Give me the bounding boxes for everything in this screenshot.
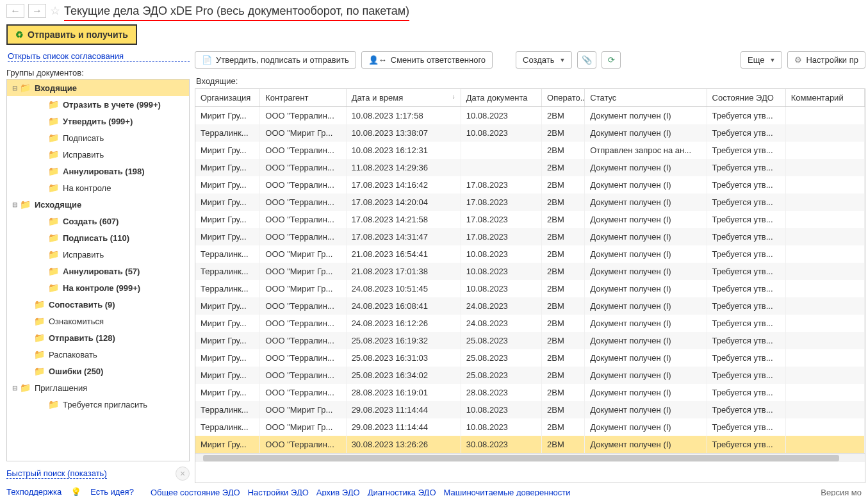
support-link[interactable]: Техподдержка (6, 487, 61, 496)
attach-button[interactable]: 📎 (577, 51, 596, 69)
table-row[interactable]: Терралинк...ООО "Мирит Гр...24.08.2023 1… (195, 280, 865, 297)
table-cell: Требуется утв... (707, 436, 785, 453)
table-row[interactable]: Мирит Гру...ООО "Терралин...17.08.2023 1… (195, 194, 865, 211)
column-header[interactable]: Контрагент (260, 89, 346, 107)
star-icon[interactable]: ☆ (50, 4, 60, 18)
table-cell: Требуется утв... (707, 418, 785, 436)
clear-button[interactable]: × (176, 467, 190, 481)
table-cell: 2BM (542, 418, 585, 436)
table-cell: 28.08.2023 (461, 384, 541, 401)
chevron-down-icon: ▼ (560, 57, 566, 63)
table-row[interactable]: Терралинк...ООО "Мирит Гр...21.08.2023 1… (195, 263, 865, 280)
table-cell: Мирит Гру... (195, 142, 260, 159)
column-header[interactable]: Операто... (542, 89, 585, 107)
scrollbar-thumb[interactable] (203, 455, 839, 461)
tree-item[interactable]: ⊟📁Исходящие (7, 196, 189, 213)
expander-icon[interactable]: ⊟ (11, 85, 19, 92)
tree-item[interactable]: 📁Ознакомиться (7, 313, 189, 329)
tree-item[interactable]: 📁Исправить (7, 146, 189, 163)
table-cell: 25.08.2023 (461, 367, 541, 384)
send-receive-button[interactable]: ♻ Отправить и получить (6, 24, 137, 45)
tree-item[interactable]: 📁Утвердить (999+) (7, 113, 189, 129)
column-header[interactable]: Статус (585, 89, 707, 107)
tree-item-label: Подписать (110) (63, 233, 129, 243)
table-row[interactable]: Мирит Гру...ООО "Терралин...17.08.2023 1… (195, 228, 865, 245)
tree-item[interactable]: 📁Подписать (7, 129, 189, 146)
footer-link[interactable]: Машиночитаемые доверенности (444, 488, 571, 497)
more-button[interactable]: Еще ▼ (741, 51, 782, 69)
table-row[interactable]: Терралинк...ООО "Мирит Гр...10.08.2023 1… (195, 124, 865, 142)
idea-link[interactable]: Есть идея? (90, 487, 134, 496)
column-header[interactable]: Дата документа (461, 89, 541, 107)
table-row[interactable]: Мирит Гру...ООО "Терралин...10.08.2023 1… (195, 107, 865, 125)
column-header[interactable]: Дата и время↓ (346, 89, 461, 107)
table-cell: Документ получен (I) (585, 280, 707, 297)
table-row[interactable]: Мирит Гру...ООО "Терралин...25.08.2023 1… (195, 332, 865, 349)
table-row[interactable]: Мирит Гру...ООО "Терралин...24.08.2023 1… (195, 297, 865, 315)
tree-item[interactable]: ⊟📁Приглашения (7, 379, 189, 396)
table-row[interactable]: Мирит Гру...ООО "Терралин...10.08.2023 1… (195, 142, 865, 159)
tree-item[interactable]: 📁Требуется пригласить (7, 396, 189, 413)
table-row[interactable]: Терралинк...ООО "Мирит Гр...29.08.2023 1… (195, 401, 865, 418)
footer-link[interactable]: Общее состояние ЭДО (151, 488, 240, 497)
nav-back-button[interactable]: ← (6, 4, 24, 18)
expander-icon[interactable]: ⊟ (11, 384, 19, 392)
table-cell (785, 367, 864, 384)
table-cell: Мирит Гру... (195, 176, 260, 194)
folder-icon: 📁 (48, 149, 59, 160)
change-responsible-button[interactable]: 👤↔ Сменить ответственного (361, 51, 493, 69)
table-cell: 21.08.2023 17:01:38 (346, 263, 461, 280)
table-row[interactable]: Мирит Гру...ООО "Терралин...30.08.2023 1… (195, 436, 865, 453)
tree-item-label: Исправить (63, 250, 104, 260)
table-cell: Документ получен (I) (585, 107, 707, 125)
document-groups-tree[interactable]: ⊟📁Входящие📁Отразить в учете (999+)📁Утвер… (6, 79, 190, 461)
table-cell: 30.08.2023 13:26:26 (346, 436, 461, 453)
quick-search-link[interactable]: Быстрый поиск (показать) (6, 468, 107, 479)
refresh-button[interactable]: ⟳ (602, 51, 621, 69)
table-cell: 17.08.2023 (461, 211, 541, 228)
table-cell: Мирит Гру... (195, 384, 260, 401)
table-row[interactable]: Терралинк...ООО "Мирит Гр...29.08.2023 1… (195, 418, 865, 436)
table-row[interactable]: Мирит Гру...ООО "Терралин...28.08.2023 1… (195, 384, 865, 401)
footer-link[interactable]: Архив ЭДО (316, 488, 360, 497)
tree-item[interactable]: 📁Отправить (128) (7, 329, 189, 346)
table-cell: ООО "Терралин... (260, 349, 346, 367)
tree-item[interactable]: 📁На контроле (7, 179, 189, 196)
tree-item[interactable]: 📁Отразить в учете (999+) (7, 96, 189, 113)
table-cell: 2BM (542, 367, 585, 384)
documents-table-wrap[interactable]: ОрганизацияКонтрагентДата и время↓Дата д… (195, 88, 865, 483)
tree-item[interactable]: 📁Сопоставить (9) (7, 296, 189, 313)
table-row[interactable]: Мирит Гру...ООО "Терралин...17.08.2023 1… (195, 211, 865, 228)
column-header[interactable]: Комментарий (785, 89, 864, 107)
tree-item[interactable]: 📁На контроле (999+) (7, 279, 189, 296)
column-header[interactable]: Состояние ЭДО (707, 89, 785, 107)
nav-forward-button[interactable]: → (28, 4, 46, 18)
table-row[interactable]: Терралинк...ООО "Мирит Гр...21.08.2023 1… (195, 245, 865, 263)
tree-item[interactable]: 📁Распаковать (7, 346, 189, 363)
table-cell: Требуется утв... (707, 245, 785, 263)
tree-item[interactable]: 📁Аннулировать (57) (7, 263, 189, 279)
settings-button[interactable]: ⚙ Настройки пр (787, 51, 865, 69)
open-agreement-link[interactable]: Открыть список согласования (8, 51, 190, 62)
table-row[interactable]: Мирит Гру...ООО "Терралин...17.08.2023 1… (195, 176, 865, 194)
table-row[interactable]: Мирит Гру...ООО "Терралин...25.08.2023 1… (195, 367, 865, 384)
approve-sign-send-button[interactable]: 📄 Утвердить, подписать и отправить (195, 51, 356, 69)
footer-link[interactable]: Настройки ЭДО (248, 488, 309, 497)
table-row[interactable]: Мирит Гру...ООО "Терралин...25.08.2023 1… (195, 349, 865, 367)
tree-item-label: Ошибки (250) (49, 367, 103, 376)
table-cell: 28.08.2023 16:19:01 (346, 384, 461, 401)
table-row[interactable]: Мирит Гру...ООО "Терралин...11.08.2023 1… (195, 159, 865, 176)
tree-item[interactable]: 📁Подписать (110) (7, 229, 189, 246)
table-cell: Требуется утв... (707, 315, 785, 332)
expander-icon[interactable]: ⊟ (11, 201, 19, 208)
create-button[interactable]: Создать ▼ (516, 51, 572, 69)
footer-link[interactable]: Диагностика ЭДО (368, 488, 436, 497)
tree-item[interactable]: 📁Ошибки (250) (7, 363, 189, 379)
tree-item[interactable]: ⊟📁Входящие (7, 79, 189, 96)
horizontal-scrollbar[interactable] (195, 453, 865, 462)
tree-item[interactable]: 📁Аннулировать (198) (7, 163, 189, 179)
table-row[interactable]: Мирит Гру...ООО "Терралин...24.08.2023 1… (195, 315, 865, 332)
column-header[interactable]: Организация (195, 89, 260, 107)
tree-item[interactable]: 📁Создать (607) (7, 213, 189, 229)
tree-item[interactable]: 📁Исправить (7, 246, 189, 263)
